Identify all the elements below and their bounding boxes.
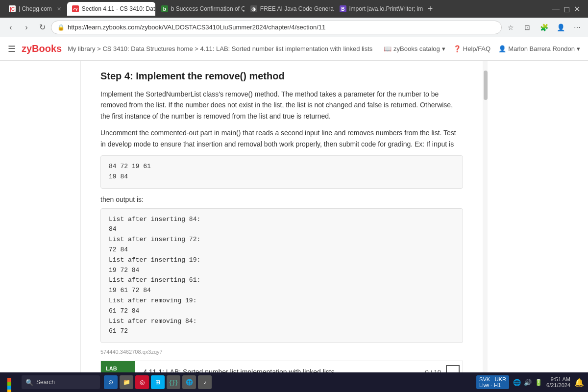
user-menu-button[interactable]: 👤 Marlon Barrera Rondon ▾ [498, 45, 580, 52]
taskbar-icon-2[interactable]: ◎ [135, 375, 149, 389]
book-icon: 📖 [384, 45, 392, 52]
svk-indicator: SVK - UKR Live - H1 [476, 375, 509, 389]
forward-button[interactable]: › [20, 21, 33, 34]
app-icon-4: {'}'} [170, 379, 178, 386]
close-button[interactable]: ✕ [574, 4, 580, 14]
tab-label-2: b Success Confirmation of Questio... [171, 5, 245, 12]
tab-0[interactable]: |C | Chegg.com ✕ [4, 2, 66, 16]
explorer-icon: 📁 [123, 379, 130, 386]
taskbar-right: SVK - UKR Live - H1 🌐 🔊 🔋 9:51 AM 6/21/2… [476, 375, 584, 389]
star-button[interactable]: ☆ [504, 21, 517, 34]
clock[interactable]: 9:51 AM 6/21/2024 [546, 376, 570, 388]
app-header: ☰ zyBooks My library > CS 3410: Data Str… [0, 37, 588, 61]
user-chevron-icon: ▾ [577, 45, 580, 52]
tab-1[interactable]: zy Section 4.11 - CS 3410: Data Str... ✕ [67, 2, 155, 16]
content-wrapper: Step 4: Implement the remove() method Im… [0, 61, 588, 392]
lock-icon: 🔒 [57, 24, 65, 31]
catalog-button[interactable]: 📖 zyBooks catalog ▾ [384, 45, 445, 52]
description-1: Implement the SortedNumberList class's r… [100, 89, 463, 122]
hash-id: 574440.3462708.qx3zqy7 [100, 349, 463, 355]
network-icon[interactable]: 🌐 [513, 379, 521, 386]
taskbar-search-bar[interactable]: 🔍 Search [22, 375, 100, 389]
address-bar-row: ‹ › ↻ 🔒 https://learn.zybooks.com/zybook… [0, 18, 588, 37]
breadcrumb: My library > CS 3410: Data Structures ho… [68, 45, 378, 52]
tab-icon-2: b [161, 5, 168, 12]
taskbar-icon-5[interactable]: 🌐 [182, 375, 196, 389]
sound-icon[interactable]: 🔊 [524, 379, 532, 386]
url-text: https://learn.zybooks.com/zybook/VALDOST… [68, 24, 325, 31]
refresh-button[interactable]: ↻ [35, 21, 49, 34]
tab-2[interactable]: b b Success Confirmation of Questio... ✕ [156, 2, 245, 16]
tab-icon-4: B [340, 5, 346, 12]
edge-icon: ⊙ [108, 379, 113, 386]
tab-icon-0: |C [9, 5, 16, 12]
app-icon-2: ◎ [140, 379, 145, 386]
main-content: Step 4: Implement the remove() method Im… [81, 61, 483, 392]
then-output-label: then output is: [100, 196, 463, 203]
profile-button[interactable]: 👤 [554, 21, 567, 34]
minimize-button[interactable]: — [552, 4, 560, 14]
extensions-button[interactable]: 🧩 [537, 21, 551, 34]
logo: zyBooks [22, 43, 62, 54]
user-icon: 👤 [498, 45, 506, 52]
catalog-label: zyBooks catalog [393, 45, 440, 52]
battery-icon[interactable]: 🔋 [535, 379, 542, 386]
header-right: 📖 zyBooks catalog ▾ ❓ Help/FAQ 👤 Marlon … [384, 45, 580, 52]
output-example-block: List after inserting 84: 84 List after i… [100, 208, 463, 343]
new-tab-button[interactable]: + [424, 4, 437, 14]
start-button[interactable] [4, 374, 20, 390]
lab-label-line1: LAB [106, 365, 130, 372]
menu-icon[interactable]: ☰ [8, 44, 16, 54]
svk-label: SVK - UKR [479, 376, 506, 382]
taskbar-icon-3[interactable]: ⊞ [151, 375, 165, 389]
search-icon: 🔍 [25, 379, 33, 386]
restore-button[interactable]: ◻ [564, 4, 570, 14]
clock-time: 9:51 AM [546, 376, 570, 382]
app-icon-6: ♪ [203, 379, 206, 386]
app-icon-3: ⊞ [155, 379, 160, 386]
tab-label-0: | Chegg.com [19, 5, 52, 12]
help-button[interactable]: ❓ Help/FAQ [453, 45, 490, 52]
svk-sub: Live - H1 [479, 382, 506, 388]
windows-logo-icon [7, 378, 16, 387]
right-gutter [483, 61, 488, 392]
left-gutter [0, 61, 81, 392]
catalog-chevron-icon: ▾ [442, 45, 445, 52]
help-icon: ❓ [453, 45, 461, 52]
taskbar: 🔍 Search ⊙ 📁 ◎ ⊞ {'}'} 🌐 ♪ SVK - UKR Liv… [0, 372, 588, 392]
scrollbar-thumb[interactable] [484, 71, 488, 100]
address-bar[interactable]: 🔒 https://learn.zybooks.com/zybook/VALDO… [51, 21, 502, 34]
tab-label-4: import java.io.PrintWriter; impor... [349, 5, 423, 12]
split-button[interactable]: ⊡ [520, 21, 534, 34]
tab-icon-1: zy [72, 5, 79, 12]
tab-4[interactable]: B import java.io.PrintWriter; impor... ✕ [335, 2, 423, 16]
input-example-block: 84 72 19 6119 84 [100, 155, 463, 189]
search-text: Search [36, 379, 55, 386]
step-title: Step 4: Implement the remove() method [100, 71, 463, 82]
taskbar-pinned-apps: ⊙ 📁 ◎ ⊞ {'}'} 🌐 ♪ [104, 375, 212, 389]
description-2: Uncomment the commented-out part in main… [100, 127, 463, 149]
tab-icon-3: ◑ [250, 5, 257, 12]
taskbar-icon-1[interactable]: 📁 [120, 375, 133, 389]
browser-actions: ☆ ⊡ 🧩 👤 ⋯ [504, 21, 584, 34]
taskbar-icon-0[interactable]: ⊙ [104, 375, 118, 389]
app-icon-5: 🌐 [186, 379, 193, 386]
notification-icon[interactable]: 🔔 [574, 378, 584, 387]
tab-bar: |C | Chegg.com ✕ zy Section 4.11 - CS 34… [0, 0, 588, 18]
help-label: Help/FAQ [463, 45, 490, 52]
tab-close-0[interactable]: ✕ [57, 6, 61, 12]
taskbar-sys-icons: 🌐 🔊 🔋 [513, 379, 542, 386]
user-label: Marlon Barrera Rondon [508, 45, 575, 52]
settings-button[interactable]: ⋯ [570, 21, 584, 34]
taskbar-icon-4[interactable]: {'}'} [167, 375, 180, 389]
clock-date: 6/21/2024 [546, 382, 570, 388]
back-button[interactable]: ‹ [4, 21, 18, 34]
taskbar-icon-6[interactable]: ♪ [198, 375, 212, 389]
tab-label-3: FREE AI Java Code Generator: Ge... [260, 5, 334, 12]
tab-label-1: Section 4.11 - CS 3410: Data Str... [82, 5, 155, 12]
tab-3[interactable]: ◑ FREE AI Java Code Generator: Ge... ✕ [245, 2, 334, 16]
